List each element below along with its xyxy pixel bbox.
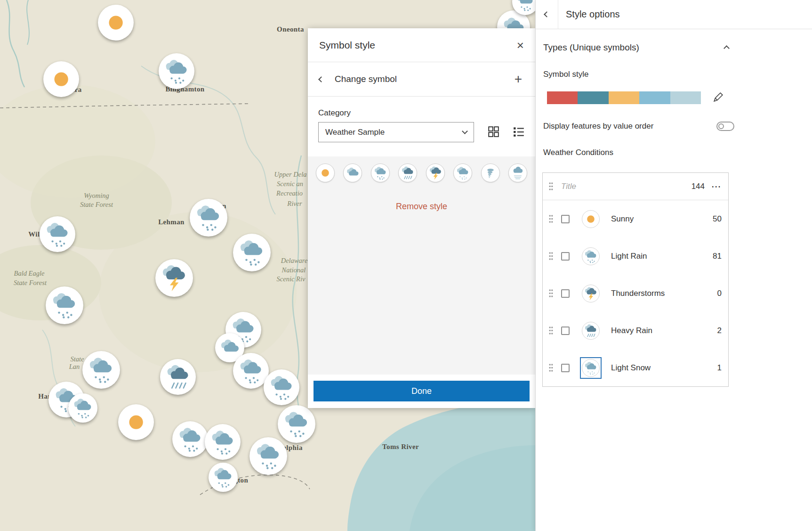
list-view-icon[interactable] <box>513 125 525 139</box>
map-label: Lan <box>69 363 80 371</box>
symbol-option-heavy-rain[interactable] <box>398 163 417 182</box>
light-rain-icon <box>282 410 310 438</box>
map-marker-light-rain[interactable] <box>278 405 315 443</box>
edit-pencil-icon[interactable] <box>713 92 724 104</box>
light-rain-icon <box>238 238 265 266</box>
map-marker-light-rain[interactable] <box>190 199 227 237</box>
unique-values-list: Title 144 ⋯ Sunny50Light Rain81Thunderst… <box>542 172 729 387</box>
add-icon[interactable]: + <box>515 73 522 86</box>
type-row: Heavy Rain2 <box>543 312 728 349</box>
map-label: Scenic Riv <box>277 275 306 283</box>
light-rain-icon <box>177 426 203 452</box>
row-checkbox[interactable] <box>561 252 570 261</box>
light-rain-icon <box>238 358 264 384</box>
drag-handle-icon[interactable] <box>548 288 554 298</box>
row-label: Sunny <box>611 214 713 224</box>
title-input[interactable]: Title <box>561 182 691 191</box>
panel-title: Style options <box>566 9 620 20</box>
light-rain-icon <box>268 374 295 400</box>
row-checkbox[interactable] <box>561 289 570 298</box>
drag-handle-icon[interactable] <box>548 326 554 335</box>
drag-handle-icon[interactable] <box>548 363 554 373</box>
map-label: Upper Dela <box>274 171 307 179</box>
display-order-toggle[interactable] <box>716 122 734 131</box>
sunny-icon <box>123 409 149 435</box>
map-marker-sunny[interactable] <box>43 61 79 97</box>
map-label: Oneonta <box>277 25 304 33</box>
map-marker-sunny[interactable] <box>118 404 154 440</box>
map-marker-light-rain[interactable] <box>40 216 75 252</box>
type-row: Light Snow1 <box>543 349 728 386</box>
type-row: Sunny50 <box>543 200 728 237</box>
map-label: Bald Eagle <box>14 270 45 278</box>
light-rain-icon <box>254 442 282 470</box>
map-marker-light-rain[interactable] <box>233 234 271 271</box>
collapse-chevron-icon[interactable] <box>724 44 729 52</box>
map-marker-light-rain[interactable] <box>172 421 208 457</box>
map-marker-light-rain[interactable] <box>46 286 83 324</box>
total-count: 144 <box>691 182 705 191</box>
drag-handle-icon[interactable] <box>548 251 554 261</box>
map-marker-light-rain[interactable] <box>209 463 238 492</box>
drag-handle-icon[interactable] <box>548 181 554 191</box>
row-symbol-sunny[interactable] <box>580 208 602 230</box>
map-marker-light-rain[interactable] <box>205 424 241 460</box>
map-marker-light-rain[interactable] <box>68 393 97 423</box>
row-checkbox[interactable] <box>561 327 570 335</box>
map-label: Delaware <box>281 257 308 265</box>
symbol-option-sunny[interactable] <box>316 163 335 182</box>
options-menu-icon[interactable]: ⋯ <box>711 181 722 192</box>
panel-header: Style options <box>536 0 812 29</box>
type-row: Light Rain81 <box>543 237 728 275</box>
panel-back-icon[interactable] <box>536 0 558 29</box>
row-symbol-thunderstorm[interactable] <box>580 283 602 304</box>
thunderstorm-icon <box>160 264 188 292</box>
row-label: Light Rain <box>611 252 713 261</box>
map-marker-light-rain[interactable] <box>159 53 194 89</box>
remove-style-button[interactable]: Remove style <box>308 202 535 212</box>
light-rain-icon <box>163 58 190 84</box>
row-symbol-light-rain[interactable] <box>580 245 602 267</box>
map-marker-light-rain[interactable] <box>249 437 287 475</box>
map-marker-thunderstorm[interactable] <box>155 259 193 297</box>
section-title: Types (Unique symbols) <box>543 42 639 53</box>
symbol-option-fog[interactable] <box>508 163 527 182</box>
light-rain-icon <box>194 204 222 231</box>
symbol-option-thunderstorm[interactable] <box>426 163 445 182</box>
light-rain-icon <box>212 466 234 488</box>
row-symbol-snow[interactable] <box>580 357 602 379</box>
list-header: Title 144 ⋯ <box>543 173 728 200</box>
map-marker-light-rain[interactable] <box>233 353 269 389</box>
symbol-option-cloudy[interactable] <box>343 163 362 182</box>
symbol-option-light-rain[interactable] <box>371 163 390 182</box>
color-ramp[interactable] <box>547 91 701 104</box>
row-checkbox[interactable] <box>561 364 570 372</box>
map-marker-heavy-rain[interactable] <box>160 359 196 395</box>
map-label: State Forest <box>14 279 47 287</box>
row-count: 1 <box>717 363 722 373</box>
grid-view-icon[interactable] <box>487 125 499 139</box>
symbol-option-tornado[interactable] <box>481 163 500 182</box>
done-button[interactable]: Done <box>314 381 530 401</box>
map-marker-light-rain[interactable] <box>82 351 120 389</box>
symbol-option-snow[interactable] <box>453 163 472 182</box>
sunny-icon <box>48 66 74 92</box>
drag-handle-icon[interactable] <box>548 214 554 224</box>
map-marker-light-rain[interactable] <box>264 369 299 405</box>
row-symbol-heavy-rain[interactable] <box>580 320 602 342</box>
map-marker-sunny[interactable] <box>98 5 134 41</box>
category-label: Category <box>318 108 535 118</box>
back-icon[interactable] <box>319 76 323 83</box>
light-rain-icon <box>44 221 71 247</box>
dialog-footer: Done <box>308 375 535 408</box>
display-order-label: Display features by value order <box>543 122 653 131</box>
type-row: Thunderstorms0 <box>543 275 728 312</box>
map-label: Scenic an <box>277 180 303 188</box>
row-label: Thunderstorms <box>611 289 717 298</box>
close-icon[interactable]: × <box>517 39 524 51</box>
row-checkbox[interactable] <box>561 215 570 223</box>
app-window: OneontaBinghamtonElmiraWyomingState Fore… <box>0 0 812 531</box>
symbol-gallery: Remove style <box>308 156 535 375</box>
category-dropdown[interactable]: Weather Sample <box>318 122 474 142</box>
light-rain-icon <box>87 356 115 384</box>
